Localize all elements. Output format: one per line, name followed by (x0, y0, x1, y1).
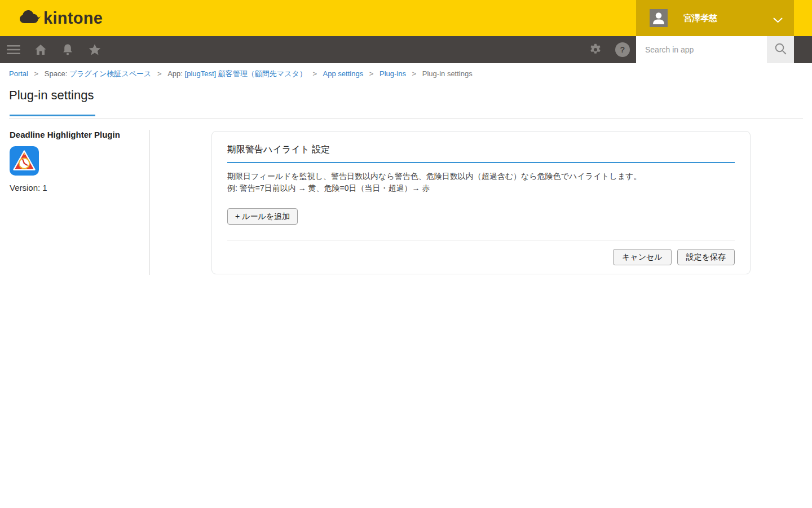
page-title-underline (10, 115, 95, 116)
kintone-cloud-icon (19, 8, 41, 28)
breadcrumb-separator: > (157, 69, 162, 78)
menu-icon[interactable] (7, 43, 20, 56)
breadcrumb-app-prefix: App: (167, 69, 183, 78)
plugin-icon (10, 146, 39, 176)
breadcrumb-separator: > (369, 69, 374, 78)
plugin-settings-panel: 期限警告ハイライト 設定 期限日フィールドを監視し、警告日数以内なら警告色、危険… (211, 131, 751, 274)
breadcrumb-separator: > (312, 69, 317, 78)
plugin-version: Version: 1 (10, 183, 47, 192)
breadcrumb: Portal > Space: プラグイン検証スペース > App: [plug… (9, 69, 473, 79)
user-avatar (650, 9, 668, 27)
panel-description-line2: 例: 警告=7日前以内 → 黄、危険=0日（当日・超過）→ 赤 (227, 183, 430, 192)
favorites-star-icon[interactable] (88, 43, 102, 56)
search-button[interactable] (767, 36, 794, 63)
add-rule-button[interactable]: + ルールを追加 (227, 208, 298, 225)
breadcrumb-portal-link[interactable]: Portal (9, 69, 28, 78)
panel-footer: キャンセル 設定を保存 (227, 249, 735, 265)
svg-text:?: ? (620, 45, 625, 54)
search-icon (774, 42, 788, 58)
breadcrumb-separator: > (34, 69, 39, 78)
panel-title: 期限警告ハイライト 設定 (227, 144, 735, 156)
panel-footer-divider (227, 240, 735, 240)
save-settings-button[interactable]: 設定を保存 (677, 249, 735, 265)
kintone-logo[interactable]: kintone (19, 8, 103, 28)
cancel-button[interactable]: キャンセル (613, 249, 672, 265)
panel-title-underline (227, 162, 735, 163)
page-title: Plug-in settings (9, 88, 94, 103)
settings-gear-icon[interactable] (589, 43, 602, 56)
main-navbar: ? (0, 36, 812, 63)
page-divider (9, 118, 803, 119)
chevron-down-icon (773, 15, 783, 25)
breadcrumb-current: Plug-in settings (422, 69, 473, 78)
user-menu[interactable]: 宮澤孝慈 (636, 0, 794, 36)
help-icon[interactable]: ? (615, 42, 630, 57)
kintone-logo-text: kintone (43, 10, 103, 27)
plugin-name: Deadline Highlighter Plugin (10, 130, 120, 139)
vertical-divider (149, 130, 150, 275)
panel-description: 期限日フィールドを監視し、警告日数以内なら警告色、危険日数以内（超過含む）なら危… (227, 170, 735, 194)
home-icon[interactable] (34, 43, 47, 56)
search-input[interactable] (636, 36, 767, 63)
breadcrumb-separator: > (412, 69, 417, 78)
breadcrumb-app-settings-link[interactable]: App settings (323, 69, 364, 78)
breadcrumb-app-link[interactable]: [plugTest] 顧客管理（顧問先マスタ） (185, 69, 307, 78)
breadcrumb-space-link[interactable]: プラグイン検証スペース (69, 69, 151, 78)
panel-description-line1: 期限日フィールドを監視し、警告日数以内なら警告色、危険日数以内（超過含む）なら危… (227, 172, 642, 181)
user-name: 宮澤孝慈 (683, 13, 717, 24)
top-header-bar: kintone 宮澤孝慈 (0, 0, 812, 36)
breadcrumb-plugins-link[interactable]: Plug-ins (379, 69, 406, 78)
notifications-bell-icon[interactable] (61, 43, 74, 56)
breadcrumb-space-prefix: Space: (45, 69, 67, 78)
